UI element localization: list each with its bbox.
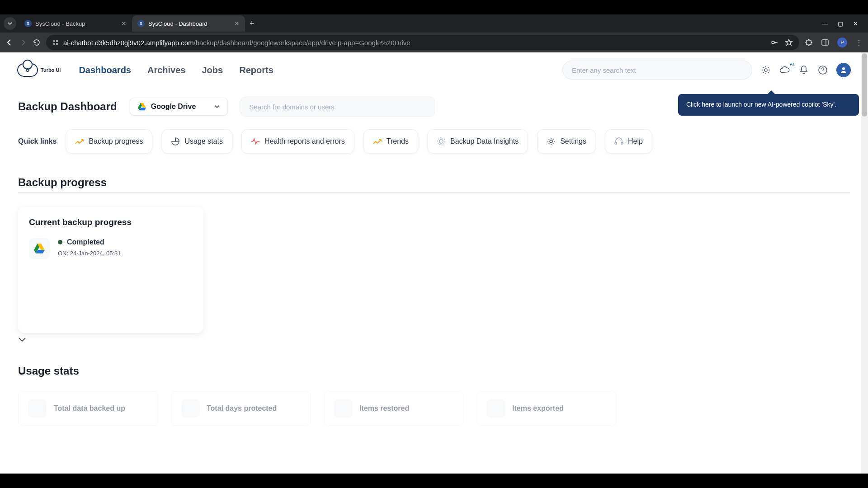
ql-trends[interactable]: Trends bbox=[363, 129, 418, 154]
cloud-icon bbox=[17, 63, 38, 77]
ql-insights[interactable]: Backup Data Insights bbox=[427, 129, 528, 154]
help-circle-icon bbox=[818, 65, 828, 75]
ql-help[interactable]: Help bbox=[605, 129, 652, 154]
app-header: Turbo UI Dashboards Archives Jobs Report… bbox=[0, 52, 868, 88]
extensions-button[interactable] bbox=[805, 38, 813, 47]
puzzle-icon bbox=[805, 38, 813, 47]
app-selector-dropdown[interactable]: Google Drive bbox=[130, 98, 228, 116]
card-expand-button[interactable] bbox=[18, 337, 850, 342]
arrow-left-icon bbox=[5, 38, 14, 47]
back-button[interactable] bbox=[5, 38, 14, 47]
sidepanel-button[interactable] bbox=[821, 38, 829, 47]
ai-copilot-tooltip: Click here to launch our new AI-powered … bbox=[678, 94, 859, 116]
chevron-down-icon bbox=[18, 337, 26, 342]
domain-search-input[interactable]: Search for domains or users bbox=[241, 97, 435, 117]
stat-card-items-exported[interactable]: Items exported bbox=[476, 391, 617, 426]
svg-point-12 bbox=[550, 140, 552, 143]
status-line: Completed bbox=[58, 238, 121, 246]
global-search-input[interactable]: Enter any search text bbox=[562, 61, 752, 80]
gear-icon bbox=[547, 137, 556, 146]
section-title-usage-stats: Usage stats bbox=[18, 365, 850, 377]
tab-dashboard[interactable]: S SysCloud - Dashboard ✕ bbox=[132, 15, 245, 32]
ai-badge: AI bbox=[790, 62, 794, 66]
nav-dashboards[interactable]: Dashboards bbox=[79, 65, 131, 75]
google-drive-icon bbox=[137, 103, 146, 111]
chevron-down-icon bbox=[7, 21, 13, 26]
user-icon bbox=[840, 66, 847, 74]
scrollbar-thumb[interactable] bbox=[862, 53, 867, 117]
close-tab-button[interactable]: ✕ bbox=[121, 20, 127, 27]
section-title-backup-progress: Backup progress bbox=[18, 176, 850, 189]
minimize-button[interactable]: — bbox=[822, 20, 828, 27]
forward-button[interactable] bbox=[19, 38, 27, 47]
status-info: Completed ON: 24-Jan-2024, 05:31 bbox=[58, 238, 121, 257]
stat-icon bbox=[334, 399, 352, 418]
nav-reports[interactable]: Reports bbox=[239, 65, 274, 75]
password-key-icon[interactable] bbox=[770, 38, 778, 47]
tabs-dropdown-button[interactable] bbox=[4, 17, 16, 30]
reload-button[interactable] bbox=[33, 38, 41, 47]
ai-copilot-button[interactable]: AI bbox=[779, 65, 790, 75]
stat-card-total-data[interactable]: Total data backed up bbox=[18, 391, 158, 426]
new-tab-button[interactable]: + bbox=[250, 19, 255, 28]
search-placeholder: Enter any search text bbox=[572, 66, 636, 74]
trending-icon bbox=[373, 137, 382, 146]
tooltip-text: Click here to launch our new AI-powered … bbox=[686, 101, 836, 108]
panel-icon bbox=[821, 38, 829, 47]
notifications-button[interactable] bbox=[798, 65, 809, 75]
quick-links-row: Quick links Backup progress Usage stats … bbox=[18, 129, 850, 154]
tab-title: SysCloud - Dashboard bbox=[148, 20, 208, 27]
ql-label: Backup progress bbox=[89, 137, 143, 145]
google-drive-icon bbox=[33, 243, 45, 254]
close-window-button[interactable]: ✕ bbox=[853, 20, 858, 27]
browser-chrome: S SysCloud - Backup ✕ S SysCloud - Dashb… bbox=[0, 14, 868, 52]
pie-icon bbox=[171, 137, 180, 146]
nav-jobs[interactable]: Jobs bbox=[202, 65, 223, 75]
arrow-right-icon bbox=[19, 38, 27, 47]
svg-point-7 bbox=[764, 69, 767, 71]
reload-icon bbox=[33, 38, 41, 47]
stat-label: Total days protected bbox=[207, 404, 277, 413]
svg-point-11 bbox=[438, 138, 445, 145]
quick-links-label: Quick links bbox=[18, 137, 57, 145]
ql-settings[interactable]: Settings bbox=[537, 129, 596, 154]
ql-usage-stats[interactable]: Usage stats bbox=[161, 129, 232, 154]
maximize-button[interactable]: ▢ bbox=[838, 20, 843, 27]
close-tab-button[interactable]: ✕ bbox=[234, 20, 240, 27]
logo[interactable]: Turbo UI bbox=[17, 63, 61, 77]
toolbar-icons: P ⋮ bbox=[805, 38, 863, 47]
headphones-icon bbox=[614, 137, 623, 146]
svg-rect-5 bbox=[822, 40, 828, 45]
user-avatar-button[interactable] bbox=[836, 63, 851, 77]
stat-card-days-protected[interactable]: Total days protected bbox=[171, 391, 311, 426]
ql-health-reports[interactable]: Health reports and errors bbox=[241, 129, 354, 154]
scrollbar-track[interactable] bbox=[861, 52, 868, 474]
ql-label: Backup Data Insights bbox=[450, 137, 519, 145]
status-timestamp: ON: 24-Jan-2024, 05:31 bbox=[58, 250, 121, 257]
card-title: Current backup progress bbox=[29, 217, 193, 227]
os-bottom-bar bbox=[0, 474, 868, 488]
svg-rect-3 bbox=[56, 43, 58, 45]
svg-point-9 bbox=[842, 67, 845, 70]
help-button[interactable] bbox=[817, 65, 828, 75]
address-bar[interactable]: ai-chatbot.d3k5dhz0gj9v02.amplifyapp.com… bbox=[46, 35, 799, 50]
svg-rect-1 bbox=[56, 40, 58, 42]
stat-card-items-restored[interactable]: Items restored bbox=[324, 391, 464, 426]
ql-backup-progress[interactable]: Backup progress bbox=[66, 129, 152, 154]
profile-button[interactable]: P bbox=[837, 38, 847, 47]
activity-icon bbox=[251, 137, 260, 146]
cloud-ai-icon bbox=[779, 66, 790, 75]
svg-point-10 bbox=[439, 140, 443, 143]
chrome-menu-button[interactable]: ⋮ bbox=[855, 38, 863, 47]
svg-rect-2 bbox=[53, 43, 55, 45]
bookmark-star-icon[interactable] bbox=[785, 38, 793, 47]
syscloud-favicon: S bbox=[137, 20, 145, 27]
window-controls: — ▢ ✕ bbox=[822, 20, 864, 27]
settings-button[interactable] bbox=[760, 65, 771, 75]
nav-archives[interactable]: Archives bbox=[147, 65, 186, 75]
usage-stats-row: Total data backed up Total days protecte… bbox=[18, 391, 850, 426]
tab-backup[interactable]: S SysCloud - Backup ✕ bbox=[19, 15, 132, 32]
page-title: Backup Dashboard bbox=[18, 100, 117, 113]
bell-icon bbox=[799, 65, 808, 75]
current-backup-card: Current backup progress Completed ON: 24… bbox=[18, 206, 203, 333]
